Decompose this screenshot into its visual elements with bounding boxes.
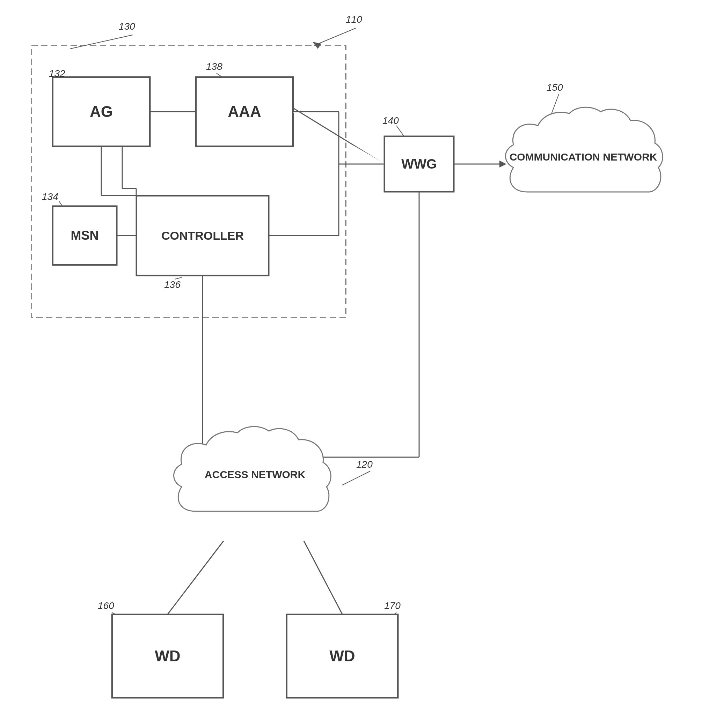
ref-150: 150 [547,82,563,93]
svg-line-38 [342,471,370,485]
ref-138: 138 [206,61,223,72]
ref-130: 130 [119,21,135,32]
svg-marker-31 [313,42,321,49]
msn-box: MSN [52,206,117,265]
svg-line-15 [293,108,384,164]
ref-136: 136 [164,279,181,290]
svg-line-27 [168,541,223,614]
svg-line-16 [293,112,384,164]
controller-box: CONTROLLER [136,195,269,276]
ref-110: 110 [346,14,362,25]
ref-140: 140 [382,115,399,126]
ref-120: 120 [356,459,373,470]
svg-line-28 [304,541,342,614]
aaa-box: AAA [195,77,293,147]
ref-170: 170 [384,600,401,611]
access-network-label: ACCESS NETWORK [205,467,305,482]
wd2-box: WD [287,614,398,698]
wwg-box: WWG [384,136,454,192]
ag-box: AG [52,77,150,147]
comm-network-label: COMMUNICATION NETWORK [509,150,657,165]
comm-network-cloud: COMMUNICATION NETWORK [499,101,667,213]
svg-line-29 [70,35,133,49]
ref-160: 160 [98,600,114,611]
access-network-cloud: ACCESS NETWORK [168,419,342,530]
wd1-box: WD [112,614,223,698]
diagram: 130 110 132 138 134 136 140 150 120 160 … [0,0,702,728]
ref-134: 134 [42,191,58,202]
svg-line-30 [314,28,356,45]
